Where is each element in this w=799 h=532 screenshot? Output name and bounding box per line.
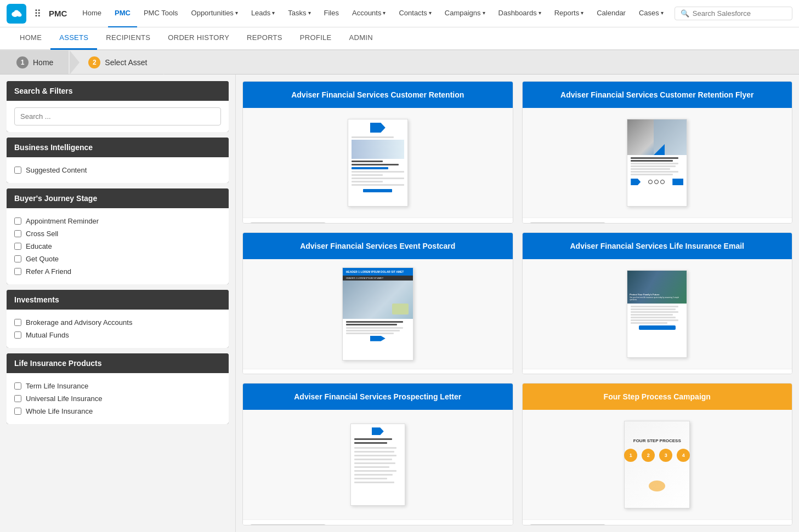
step-2-number: 2 [88, 56, 100, 68]
svg-point-2 [14, 10, 19, 14]
insurance-item-term[interactable]: Term Life Insurance [14, 380, 221, 392]
asset-card-2-header: Adviser Financial Services Customer Rete… [523, 82, 792, 108]
asset-card-6-header: Four Step Process Campaign [523, 384, 792, 410]
breadcrumb-step-1[interactable]: 1 Home [0, 50, 70, 74]
asset-card-1-header: Adviser Financial Services Customer Rete… [243, 82, 513, 108]
asset-card-1-preview [243, 108, 513, 218]
educate-checkbox[interactable] [14, 243, 21, 250]
asset-card-5-preview [243, 410, 513, 519]
asset-card-4-header: Adviser Financial Services Life Insuranc… [523, 233, 792, 259]
nav-campaigns[interactable]: Campaigns ▾ [438, 0, 492, 27]
cross-sell-label: Cross Sell [26, 230, 58, 238]
journey-item-educate[interactable]: Educate [14, 240, 221, 253]
mutual-funds-checkbox[interactable] [14, 331, 21, 339]
term-life-label: Term Life Insurance [26, 382, 88, 390]
nav-dashboards[interactable]: Dashboards ▾ [492, 0, 548, 27]
asset-card-5-header: Adviser Financial Services Prospecting L… [243, 384, 513, 410]
asset-card-3: Adviser Financial Services Event Postcar… [242, 232, 513, 375]
buyers-journey-header: Buyer's Journey Stage [7, 188, 229, 208]
subnav-reports[interactable]: REPORTS [238, 27, 291, 50]
asset-2-select-format-button[interactable]: Select Format ▾ [529, 222, 606, 224]
subnav-recipients[interactable]: RECIPIENTS [97, 27, 159, 50]
nav-pmc-tools[interactable]: PMC Tools [137, 0, 185, 27]
brokerage-checkbox[interactable] [14, 319, 21, 326]
whole-life-label: Whole Life Insurance [26, 407, 93, 415]
investment-item-brokerage[interactable]: Brokerage and Advisory Accounts [14, 316, 221, 329]
business-intelligence-header: Business Intelligence [7, 138, 229, 157]
search-icon: 🔍 [681, 9, 689, 18]
subnav-order-history[interactable]: ORDER HISTORY [159, 27, 238, 50]
postcard-header-text: HEADER 1 LOREM IPSUM DOLAR SIT AMET [343, 268, 413, 276]
subnav-home[interactable]: HOME [11, 27, 50, 50]
investments-header: Investments [7, 290, 229, 310]
insurance-item-universal[interactable]: Universal Life Insurance [14, 392, 221, 405]
subnav-profile[interactable]: PROFILE [291, 27, 341, 50]
asset-4-select-format-button[interactable]: Select Format ▾ [529, 374, 606, 375]
subnav-assets[interactable]: ASSETS [50, 27, 97, 50]
postcard-sub-text: HEADER 2 LOREM IPSUM SIT AMET [343, 276, 413, 281]
life-insurance-header: Life Insurance Products [7, 353, 229, 373]
svg-point-3 [18, 13, 22, 16]
asset-5-select-format-button[interactable]: Select Format ▾ [250, 524, 326, 525]
life-insurance-body: Term Life Insurance Universal Life Insur… [7, 373, 229, 424]
step-2-label: Select Asset [105, 58, 147, 67]
app-name-label: PMC [49, 9, 67, 18]
global-search: 🔍 [675, 7, 792, 20]
whole-life-checkbox[interactable] [14, 408, 21, 415]
asset-search-input[interactable] [14, 107, 221, 125]
tasks-arrow: ▾ [308, 10, 311, 16]
get-quote-checkbox[interactable] [14, 255, 21, 262]
term-life-checkbox[interactable] [14, 382, 21, 390]
reports-arrow: ▾ [581, 10, 583, 16]
campaigns-arrow: ▾ [483, 10, 485, 16]
journey-item-refer-friend[interactable]: Refer A Friend [14, 265, 221, 278]
journey-item-appointment-reminder[interactable]: Appointment Reminder [14, 215, 221, 227]
cross-sell-checkbox[interactable] [14, 230, 21, 237]
step-1-number: 1 [16, 56, 29, 68]
journey-item-cross-sell[interactable]: Cross Sell [14, 227, 221, 240]
asset-6-select-format-button[interactable]: Select Format ▾ [529, 524, 606, 525]
investment-item-mutual-funds[interactable]: Mutual Funds [14, 329, 221, 341]
journey-item-get-quote[interactable]: Get Quote [14, 253, 221, 265]
nav-accounts[interactable]: Accounts ▾ [345, 0, 392, 27]
app-launcher-button[interactable]: ⠿ [31, 5, 44, 22]
accounts-arrow: ▾ [383, 10, 386, 16]
sub-navigation: HOME ASSETS RECIPIENTS ORDER HISTORY REP… [0, 27, 799, 50]
appointment-reminder-label: Appointment Reminder [26, 217, 99, 225]
breadcrumb-step-2[interactable]: 2 Select Asset [69, 50, 163, 74]
suggested-content-checkbox[interactable] [14, 167, 21, 174]
educate-label: Educate [26, 242, 52, 250]
nav-reports[interactable]: Reports ▾ [548, 0, 591, 27]
suggested-content-item[interactable]: Suggested Content [14, 164, 221, 176]
subnav-admin[interactable]: ADMIN [341, 27, 382, 50]
step-1-label: Home [33, 58, 53, 67]
nav-contacts[interactable]: Contacts ▾ [392, 0, 438, 27]
buyers-journey-section: Buyer's Journey Stage Appointment Remind… [7, 188, 229, 284]
nav-cases[interactable]: Cases ▾ [632, 0, 670, 27]
opportunities-arrow: ▾ [235, 10, 238, 16]
sidebar: Search & Filters Business Intelligence S… [0, 75, 236, 532]
insurance-item-whole[interactable]: Whole Life Insurance [14, 405, 221, 417]
nav-tasks[interactable]: Tasks ▾ [281, 0, 317, 27]
search-input[interactable] [693, 9, 786, 18]
asset-card-5: Adviser Financial Services Prospecting L… [242, 383, 513, 525]
nav-calendar[interactable]: Calendar [590, 0, 632, 27]
life-insurance-section: Life Insurance Products Term Life Insura… [7, 353, 229, 424]
appointment-reminder-checkbox[interactable] [14, 218, 21, 225]
nav-home[interactable]: Home [76, 0, 108, 27]
nav-links: Home PMC PMC Tools Opportunities ▾ Leads… [76, 0, 670, 27]
asset-1-select-format-button[interactable]: Select Format ▾ [250, 222, 326, 224]
asset-card-3-footer: Select Format ▾ 📄 [243, 369, 513, 375]
nav-pmc[interactable]: PMC [108, 0, 137, 27]
asset-3-select-format-button[interactable]: Select Format ▾ [250, 374, 326, 375]
nav-files[interactable]: Files [318, 0, 345, 27]
investments-section: Investments Brokerage and Advisory Accou… [7, 290, 229, 348]
refer-friend-label: Refer A Friend [26, 267, 71, 276]
universal-life-checkbox[interactable] [14, 395, 21, 402]
nav-opportunities[interactable]: Opportunities ▾ [185, 0, 245, 27]
nav-leads[interactable]: Leads ▾ [245, 0, 281, 27]
search-filters-body [7, 101, 229, 132]
mutual-funds-label: Mutual Funds [26, 331, 69, 339]
refer-friend-checkbox[interactable] [14, 268, 21, 275]
suggested-content-label: Suggested Content [26, 166, 87, 174]
